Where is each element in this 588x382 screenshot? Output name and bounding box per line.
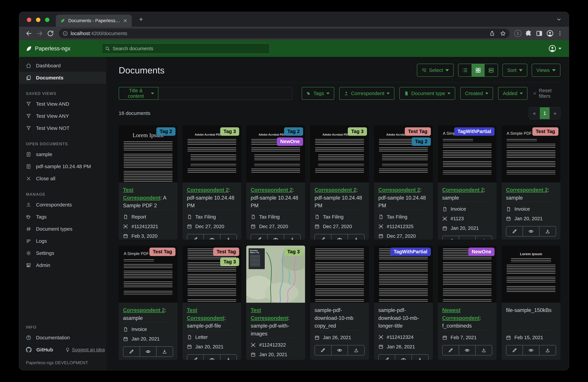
tag-badge-tag-3[interactable]: Tag 3 [220, 258, 239, 266]
tag-badge-test-tag[interactable]: Test Tag [532, 127, 558, 136]
document-thumbnail[interactable]: NewOne [438, 246, 497, 303]
correspondent-link[interactable]: Correspondent 2 [378, 187, 420, 193]
tag-badge-tag-2[interactable]: Tag 2 [156, 127, 175, 136]
edit-document-button[interactable] [442, 236, 459, 240]
download-document-button[interactable] [539, 345, 556, 355]
download-document-button[interactable] [156, 347, 173, 357]
sort-button[interactable]: Sort [503, 64, 527, 77]
download-document-button[interactable] [412, 355, 428, 360]
user-menu[interactable] [548, 44, 561, 53]
minimize-window-button[interactable] [36, 18, 40, 22]
tag-badge-tagwithpartial[interactable]: TagWithPartial [390, 248, 431, 256]
document-thumbnail[interactable]: Lorem IpsumTag 2 [119, 125, 177, 182]
site-info-icon[interactable] [63, 31, 68, 36]
correspondent-link[interactable]: Correspondent 2 [506, 187, 548, 193]
correspondent-link[interactable]: Correspondent 2 [251, 187, 292, 193]
sidebar-item-sample[interactable]: sample [19, 148, 106, 161]
correspondent-link[interactable]: Newest Correspondent [442, 307, 480, 321]
sidebar-item-tags[interactable]: Tags [19, 211, 106, 223]
next-page-button[interactable]: » [549, 107, 560, 119]
filter-field-button[interactable]: Title & content [119, 87, 158, 100]
sidebar-item-pdf-sample-10-24-48-pm[interactable]: pdf-sample 10.24.48 PM [19, 161, 106, 173]
tag-badge-tag-3[interactable]: Tag 3 [348, 127, 367, 136]
detail-view-button[interactable] [485, 64, 498, 77]
reset-filters-button[interactable]: Reset filters [533, 88, 560, 99]
browser-tab[interactable]: Documents - Paperless-ngx [56, 15, 132, 27]
sidebar-item-document-types[interactable]: Document types [19, 223, 106, 235]
prev-page-button[interactable]: « [529, 107, 540, 119]
document-thumbnail[interactable]: Boundary Waters TripTag 3 [246, 246, 305, 303]
tag-badge-tag-3[interactable]: Tag 3 [284, 248, 303, 256]
view-document-button[interactable] [203, 355, 220, 360]
document-thumbnail[interactable]: Adobe Acrobat PDF FilesTest TagTag 2 [374, 125, 433, 182]
edit-document-button[interactable] [379, 355, 395, 360]
maximize-window-button[interactable] [45, 18, 49, 22]
edit-document-button[interactable] [123, 347, 140, 357]
document-thumbnail[interactable]: A Simple PDF FileTest Tag [502, 125, 560, 182]
document-thumbnail[interactable]: A Simple PDF FileTest Tag [119, 246, 177, 303]
document-thumbnail[interactable]: A Simple PDF FileTagWithPartial [438, 125, 497, 182]
list-view-button[interactable] [458, 64, 471, 77]
share-icon[interactable] [489, 30, 495, 37]
edit-document-button[interactable] [506, 226, 523, 236]
tag-badge-test-tag[interactable]: Test Tag [213, 248, 239, 256]
sidebar-item-admin[interactable]: Admin [19, 259, 106, 271]
document-thumbnail[interactable]: Test TagTag 3 [183, 246, 241, 303]
view-document-button[interactable] [459, 236, 475, 240]
download-document-button[interactable] [284, 234, 301, 240]
correspondent-link[interactable]: Correspondent 2 [442, 187, 484, 193]
search-input[interactable] [113, 46, 267, 51]
filter-document-type-button[interactable]: Document type [399, 87, 455, 100]
tag-badge-tag-2[interactable]: Tag 2 [284, 127, 303, 136]
sidebar-item-logs[interactable]: Logs [19, 235, 106, 247]
view-document-button[interactable] [395, 355, 412, 360]
view-document-button[interactable] [459, 345, 475, 355]
filter-text-input[interactable] [158, 87, 292, 100]
download-document-button[interactable] [475, 236, 492, 240]
sidebar-item-close-all[interactable]: Close all [19, 173, 106, 185]
views-button[interactable]: Views [532, 64, 560, 77]
sidebar-item-documents[interactable]: Documents [19, 72, 106, 84]
extension-badge[interactable]: 1 [514, 30, 522, 37]
edit-document-button[interactable] [251, 234, 267, 240]
sidebar-item-dashboard[interactable]: Dashboard [19, 60, 106, 72]
document-thumbnail[interactable]: Adobe Acrobat PDF FilesTag 3 [310, 125, 369, 182]
document-thumbnail[interactable]: Adobe Acrobat PDF FilesTag 2NewOne [246, 125, 305, 182]
correspondent-link[interactable]: Correspondent 2 [187, 187, 229, 193]
filter-tags-button[interactable]: Tags [302, 87, 334, 100]
download-document-button[interactable] [220, 355, 237, 360]
tag-badge-test-tag[interactable]: Test Tag [405, 127, 431, 136]
sidebar-item-documentation[interactable]: Documentation [19, 332, 106, 344]
download-document-button[interactable] [348, 234, 364, 240]
tag-badge-tag-3[interactable]: Tag 3 [220, 127, 239, 136]
suggest-an-idea-link[interactable]: Suggest an idea [65, 347, 105, 352]
sidebar-item-correspondents[interactable]: Correspondents [19, 199, 106, 211]
edit-document-button[interactable] [187, 234, 204, 240]
tab-close-icon[interactable] [123, 19, 127, 23]
tag-badge-tag-2[interactable]: Tag 2 [412, 137, 431, 146]
download-document-button[interactable] [475, 345, 492, 355]
document-thumbnail[interactable]: TagWithPartial [374, 246, 433, 303]
correspondent-link[interactable]: Test Correspondent [123, 187, 160, 201]
side-panel-icon[interactable] [536, 30, 543, 37]
forward-button[interactable] [36, 30, 43, 37]
edit-document-button[interactable] [442, 345, 459, 355]
sidebar-item-test-view-not[interactable]: Test View NOT [19, 122, 106, 134]
view-document-button[interactable] [203, 234, 220, 240]
correspondent-link[interactable]: Correspondent 2 [315, 187, 356, 193]
edit-document-button[interactable] [506, 345, 523, 355]
tag-badge-newone[interactable]: NewOne [468, 248, 495, 256]
sidebar-item-test-view-and[interactable]: Test View AND [19, 98, 106, 110]
filter-added-button[interactable]: Added [498, 87, 527, 100]
download-document-button[interactable] [348, 345, 364, 355]
sidebar-item-settings[interactable]: Settings [19, 247, 106, 259]
bookmark-star-icon[interactable] [500, 30, 506, 37]
new-tab-button[interactable] [136, 15, 146, 24]
back-button[interactable] [25, 30, 33, 37]
document-thumbnail[interactable]: Adobe Acrobat PDF FilesTag 3 [183, 125, 241, 182]
select-button[interactable]: Select [417, 64, 454, 77]
document-thumbnail[interactable] [310, 246, 369, 303]
download-document-button[interactable] [539, 226, 556, 236]
extensions-puzzle-icon[interactable] [525, 30, 532, 37]
tab-search-chevron-icon[interactable] [556, 17, 562, 22]
